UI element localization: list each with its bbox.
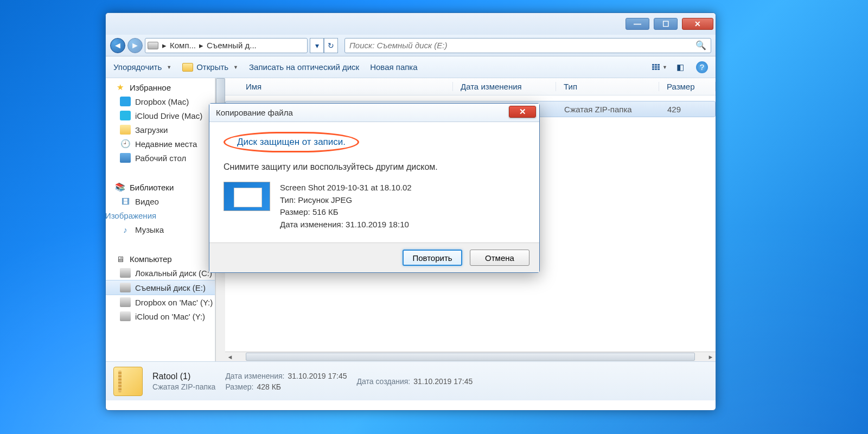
size-label: Размер: xyxy=(225,382,253,391)
open-button[interactable]: Открыть▼ xyxy=(182,62,238,72)
selected-file-type: Сжатая ZIP-папка xyxy=(152,382,215,391)
scrollbar-thumb[interactable] xyxy=(246,353,695,361)
file-thumbnail-icon xyxy=(113,367,143,396)
music-icon: ♪ xyxy=(120,225,131,234)
file-type: Сжатая ZIP-папка xyxy=(557,105,660,114)
search-box[interactable]: 🔍 xyxy=(344,38,711,53)
folder-icon xyxy=(120,125,131,135)
video-icon: 🎞 xyxy=(120,196,131,206)
drive-icon xyxy=(120,268,131,278)
created-label: Дата создания: xyxy=(356,377,410,386)
navigation-pane: ★Избранное Dropbox (Mac) iCloud Drive (M… xyxy=(106,78,215,361)
burn-button[interactable]: Записать на оптический диск xyxy=(249,62,359,72)
favorites-group[interactable]: ★Избранное xyxy=(106,80,215,94)
sidebar-item-dropbox[interactable]: Dropbox (Mac) xyxy=(106,94,215,108)
horizontal-scrollbar[interactable]: ◄ ► xyxy=(225,352,716,361)
sidebar-item-dropbox-net[interactable]: Dropbox on 'Mac' (Y:) xyxy=(106,295,215,309)
column-type[interactable]: Тип xyxy=(556,82,659,91)
recent-icon: 🕘 xyxy=(120,139,131,149)
address-bar[interactable]: ▸ Комп... ▸ Съемный д... xyxy=(145,38,308,53)
scroll-right-icon[interactable]: ► xyxy=(706,354,716,360)
column-date[interactable]: Дата изменения xyxy=(453,82,556,91)
modified-label: Дата изменения: xyxy=(225,372,284,380)
document-icon: 🖼Изображения xyxy=(120,210,131,220)
sidebar-item-removable-disk[interactable]: Съемный диск (E:) xyxy=(106,280,215,295)
dialog-title: Копирование файла xyxy=(216,108,293,117)
column-name[interactable]: Имя xyxy=(225,82,453,91)
dialog-close-button[interactable]: ✕ xyxy=(509,106,536,118)
dialog-titlebar[interactable]: Копирование файла ✕ xyxy=(209,104,539,122)
cancel-button[interactable]: Отмена xyxy=(470,250,529,266)
drive-icon xyxy=(120,283,131,292)
view-mode-button[interactable]: ▼ xyxy=(655,62,665,72)
dialog-buttons: Повторить Отмена xyxy=(209,242,539,272)
library-icon: 📚 xyxy=(114,182,125,192)
scroll-left-icon[interactable]: ◄ xyxy=(225,354,235,360)
dialog-file-info: Screen Shot 2019-10-31 at 18.10.02 Тип: … xyxy=(224,182,525,231)
folder-icon xyxy=(182,63,193,72)
refresh-button[interactable]: ↻ xyxy=(324,38,338,53)
history-dropdown[interactable]: ▾ xyxy=(310,38,324,53)
libraries-group[interactable]: 📚Библиотеки xyxy=(106,180,215,194)
computer-icon: 🖥 xyxy=(114,254,125,264)
column-size[interactable]: Размер xyxy=(659,82,716,91)
star-icon: ★ xyxy=(114,82,125,92)
file-thumbnail-icon xyxy=(224,182,270,211)
forward-button[interactable]: ► xyxy=(127,38,143,53)
search-icon[interactable]: 🔍 xyxy=(695,40,706,50)
maximize-button[interactable]: ☐ xyxy=(654,18,678,30)
dialog-file-name: Screen Shot 2019-10-31 at 18.10.02 xyxy=(280,182,412,194)
sidebar-item-downloads[interactable]: Загрузки xyxy=(106,123,215,137)
column-headers: Имя Дата изменения Тип Размер xyxy=(225,78,716,95)
help-button[interactable]: ? xyxy=(696,61,708,73)
breadcrumb-segment[interactable]: Комп... xyxy=(168,41,197,50)
sidebar-item-icloud-net[interactable]: iCloud on 'Mac' (Y:) xyxy=(106,309,215,323)
titlebar[interactable]: — ☐ ✕ xyxy=(106,13,716,35)
drive-icon xyxy=(120,297,131,307)
sidebar-item-video[interactable]: 🎞Видео xyxy=(106,194,215,208)
back-button[interactable]: ◄ xyxy=(110,38,125,53)
desktop-icon xyxy=(120,153,131,163)
sidebar-item-recent[interactable]: 🕘Недавние места xyxy=(106,137,215,151)
created-value: 31.10.2019 17:45 xyxy=(413,377,473,386)
copy-error-dialog: Копирование файла ✕ Диск защищен от запи… xyxy=(209,103,540,273)
new-folder-button[interactable]: Новая папка xyxy=(370,62,417,72)
computer-group[interactable]: 🖥Компьютер xyxy=(106,252,215,266)
file-size: 429 xyxy=(660,105,688,114)
size-value: 428 КБ xyxy=(257,382,281,391)
dialog-file-type: Тип: Рисунок JPEG xyxy=(280,194,412,207)
navigation-bar: ◄ ► ▸ Комп... ▸ Съемный д... ▾ ↻ 🔍 xyxy=(106,35,716,56)
dialog-error-message: Диск защищен от записи. xyxy=(224,132,359,152)
selected-file-name: Ratool (1) xyxy=(152,372,215,381)
dialog-file-date: Дата изменения: 31.10.2019 18:10 xyxy=(280,219,412,231)
organize-menu[interactable]: Упорядочить▼ xyxy=(113,62,171,72)
dialog-instruction: Снимите защиту или воспользуйтесь другим… xyxy=(224,162,525,172)
modified-value: 31.10.2019 17:45 xyxy=(288,372,347,380)
breadcrumb-segment[interactable]: Съемный д... xyxy=(205,41,258,50)
chevron-right-icon[interactable]: ▸ xyxy=(197,41,205,50)
retry-button[interactable]: Повторить xyxy=(403,250,462,266)
dropbox-icon xyxy=(120,97,131,106)
sidebar-item-music[interactable]: ♪Музыка xyxy=(106,222,215,237)
sidebar-item-local-disk[interactable]: Локальный диск (C:) xyxy=(106,266,215,280)
search-input[interactable] xyxy=(349,41,695,50)
sidebar-item-icloud[interactable]: iCloud Drive (Mac) xyxy=(106,108,215,123)
minimize-button[interactable]: — xyxy=(626,18,649,30)
details-pane: Ratool (1) Сжатая ZIP-папка Дата изменен… xyxy=(106,361,716,400)
drive-icon xyxy=(148,42,158,49)
icloud-icon xyxy=(120,111,131,120)
chevron-right-icon[interactable]: ▸ xyxy=(161,41,168,50)
close-button[interactable]: ✕ xyxy=(682,18,713,30)
command-bar: Упорядочить▼ Открыть▼ Записать на оптиче… xyxy=(106,56,716,78)
preview-pane-button[interactable]: ◧ xyxy=(675,62,685,72)
sidebar-item-desktop[interactable]: Рабочий стол xyxy=(106,151,215,165)
dialog-file-size: Размер: 516 КБ xyxy=(280,206,412,219)
drive-icon xyxy=(120,311,131,321)
sidebar-item-documents[interactable]: 🖼Изображения xyxy=(106,208,215,222)
